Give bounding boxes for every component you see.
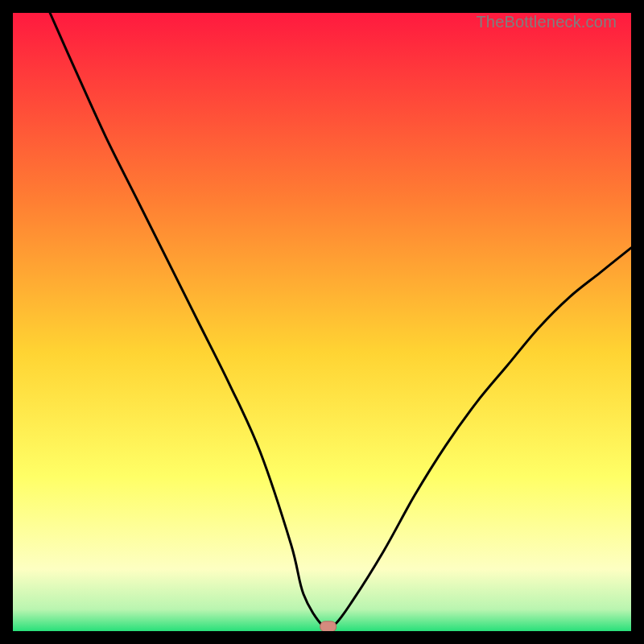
optimal-marker xyxy=(320,621,336,631)
watermark-text: TheBottleneck.com xyxy=(476,13,617,31)
bottleneck-chart xyxy=(13,13,631,631)
chart-frame: TheBottleneck.com xyxy=(13,13,631,631)
gradient-bg xyxy=(13,13,631,631)
